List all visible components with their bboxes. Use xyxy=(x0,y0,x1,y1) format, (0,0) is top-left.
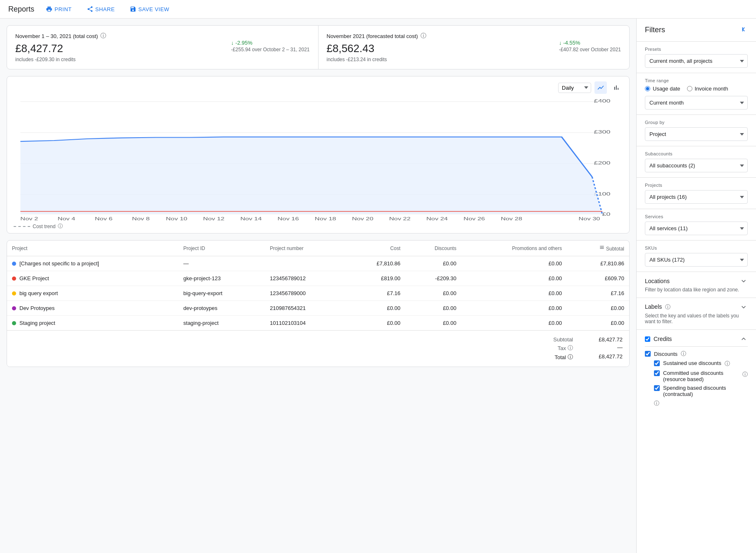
filters-collapse-btn[interactable] xyxy=(739,25,748,35)
cost-trend-legend: Cost trend ⓘ xyxy=(14,223,623,230)
total-label: Total ⓘ xyxy=(555,353,573,361)
cell-project-id-1: gke-project-123 xyxy=(178,271,265,286)
share-button[interactable]: SHARE xyxy=(83,4,118,14)
forecast-cost-credits: includes -£213.24 in credits xyxy=(327,57,387,62)
subaccounts-select[interactable]: All subaccounts (2) xyxy=(645,159,748,172)
cell-subtotal-1: £609.70 xyxy=(567,271,629,286)
time-range-label: Time range xyxy=(645,78,748,83)
data-table: Project Project ID Project number Cost D… xyxy=(7,241,629,330)
save-view-button[interactable]: SAVE VIEW xyxy=(126,4,173,14)
cell-subtotal-4: £0.00 xyxy=(567,316,629,331)
table-row: Staging project staging-project 10110210… xyxy=(7,316,629,331)
committed-use-row[interactable]: Committed use discounts (resource based)… xyxy=(654,370,748,382)
chart-svg: £400 £300 £200 £100 £0 xyxy=(14,97,623,221)
main-container: November 1 – 30, 2021 (total cost) ⓘ £8,… xyxy=(0,19,756,553)
locations-section: Locations Filter by location data like r… xyxy=(637,272,756,298)
col-discounts: Discounts xyxy=(405,241,461,256)
subtotal-label: Subtotal xyxy=(553,336,573,343)
svg-text:Nov 4: Nov 4 xyxy=(57,216,75,221)
svg-text:Nov 18: Nov 18 xyxy=(315,216,336,221)
usage-date-option[interactable]: Usage date xyxy=(645,86,680,92)
share-icon xyxy=(87,6,93,12)
discounts-checkbox[interactable] xyxy=(645,351,651,357)
col-project-number: Project number xyxy=(265,241,346,256)
svg-text:Nov 22: Nov 22 xyxy=(389,216,411,221)
locations-title: Locations xyxy=(645,278,670,284)
sort-icon xyxy=(599,245,605,250)
spending-based-row[interactable]: Spending based discounts (contractual) xyxy=(654,385,748,397)
group-by-select[interactable]: Project xyxy=(645,127,748,141)
cost-trend-label: Cost trend xyxy=(33,224,55,229)
cell-cost-2: £7.16 xyxy=(346,286,405,301)
current-month-select[interactable]: Current month xyxy=(645,96,748,110)
projects-label: Projects xyxy=(645,183,748,188)
table-row: big query export big-query-export 123456… xyxy=(7,286,629,301)
locations-header[interactable]: Locations xyxy=(645,277,748,285)
actual-help-icon[interactable]: ⓘ xyxy=(100,32,106,40)
credits-header-left: Credits xyxy=(645,336,672,342)
content-area: November 1 – 30, 2021 (total cost) ⓘ £8,… xyxy=(0,19,636,553)
discounts-help-icon[interactable]: ⓘ xyxy=(681,350,686,358)
svg-text:Nov 6: Nov 6 xyxy=(95,216,113,221)
services-select[interactable]: All services (11) xyxy=(645,222,748,235)
credits-checkbox[interactable] xyxy=(645,336,650,342)
print-icon xyxy=(46,6,52,12)
summary-card-forecast: November 2021 (forecasted total cost) ⓘ … xyxy=(318,26,630,69)
svg-marker-10 xyxy=(20,137,602,214)
cell-cost-1: £819.00 xyxy=(346,271,405,286)
usage-date-radio[interactable] xyxy=(645,86,650,91)
locations-chevron-icon xyxy=(739,277,748,285)
chart-period-select[interactable]: Daily Monthly Weekly xyxy=(558,83,591,93)
cell-project-3: Dev Protoypes xyxy=(7,301,178,316)
line-chart-btn[interactable] xyxy=(594,81,607,94)
page-title: Reports xyxy=(8,5,34,14)
skus-select[interactable]: All SKUs (172) xyxy=(645,253,748,267)
bar-chart-btn[interactable] xyxy=(610,81,623,94)
print-button[interactable]: PRINT xyxy=(43,4,75,14)
cell-discounts-3: £0.00 xyxy=(405,301,461,316)
spending-based-checkbox[interactable] xyxy=(654,385,660,391)
svg-text:Nov 8: Nov 8 xyxy=(132,216,150,221)
credits-collapse-icon[interactable] xyxy=(739,335,748,343)
svg-text:£300: £300 xyxy=(594,129,610,134)
labels-title: Labels ⓘ xyxy=(645,303,670,311)
spending-based-label: Spending based discounts (contractual) xyxy=(663,385,748,397)
labels-header[interactable]: Labels ⓘ xyxy=(645,303,748,311)
committed-use-help-icon[interactable]: ⓘ xyxy=(742,371,748,378)
forecast-help-icon[interactable]: ⓘ xyxy=(421,32,426,40)
cell-promotions-4: £0.00 xyxy=(461,316,567,331)
discounts-row[interactable]: Discounts ⓘ xyxy=(645,350,748,358)
total-help-icon[interactable]: ⓘ xyxy=(568,353,573,361)
presets-select[interactable]: Current month, all projects xyxy=(645,54,748,68)
committed-use-label: Committed use discounts (resource based) xyxy=(663,370,739,382)
cost-trend-help-icon[interactable]: ⓘ xyxy=(58,223,63,230)
cell-cost-4: £0.00 xyxy=(346,316,405,331)
invoice-month-radio[interactable] xyxy=(687,86,692,91)
cell-project-4: Staging project xyxy=(7,316,178,331)
footer-subtotal-row: Subtotal £8,427.72 xyxy=(14,336,623,343)
labels-help-icon[interactable]: ⓘ xyxy=(665,304,670,310)
save-view-icon xyxy=(130,6,136,12)
subaccounts-label: Subaccounts xyxy=(645,151,748,156)
forecast-comparison: -£407.82 over October 2021 xyxy=(559,47,621,52)
cell-promotions-1: £0.00 xyxy=(461,271,567,286)
filters-header: Filters xyxy=(637,19,756,42)
svg-text:Nov 20: Nov 20 xyxy=(352,216,373,221)
cell-subtotal-0: £7,810.86 xyxy=(567,256,629,271)
sustained-use-label: Sustained use discounts xyxy=(663,360,721,366)
subaccounts-section: Subaccounts All subaccounts (2) xyxy=(637,146,756,178)
top-bar: Reports PRINT SHARE SAVE VIEW xyxy=(0,0,756,19)
sustained-use-help-icon[interactable]: ⓘ xyxy=(725,360,730,367)
cell-project-id-4: staging-project xyxy=(178,316,265,331)
svg-text:Nov 26: Nov 26 xyxy=(464,216,485,221)
invoice-month-option[interactable]: Invoice month xyxy=(687,86,728,92)
sustained-use-checkbox[interactable] xyxy=(654,360,660,366)
subtotal-value: £8,427.72 xyxy=(590,336,623,343)
tax-help-icon[interactable]: ⓘ xyxy=(568,344,573,352)
projects-select[interactable]: All projects (16) xyxy=(645,190,748,204)
spending-based-help-icon[interactable]: ⓘ xyxy=(654,400,659,406)
group-by-section: Group by Project xyxy=(637,115,756,146)
sustained-use-row[interactable]: Sustained use discounts ⓘ xyxy=(654,360,748,367)
committed-use-checkbox[interactable] xyxy=(654,370,660,376)
skus-section: SKUs All SKUs (172) xyxy=(637,241,756,272)
